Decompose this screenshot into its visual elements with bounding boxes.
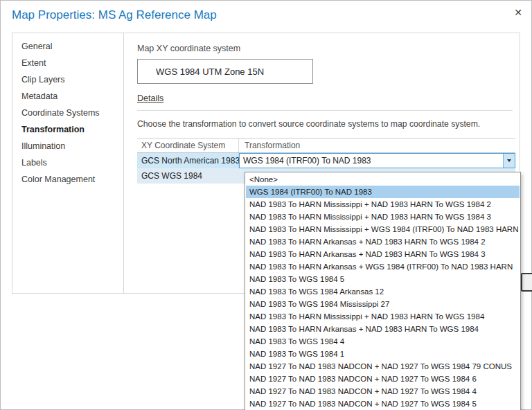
dropdown-option[interactable]: NAD 1983 To HARN Mississippi + NAD 1983 …	[246, 211, 520, 223]
dropdown-option[interactable]: NAD 1983 To HARN Arkansas + NAD 1983 HAR…	[246, 248, 520, 260]
table-row-gcs-north-american-1983[interactable]: GCS North American 1983 WGS 1984 (ITRF00…	[137, 153, 515, 168]
separator	[137, 110, 513, 111]
dropdown-arrow-icon	[507, 159, 511, 162]
sidebar-item-clip-layers[interactable]: Clip Layers	[12, 71, 123, 88]
dropdown-option[interactable]: NAD 1927 To NAD 1983 NADCON + NAD 1927 T…	[246, 398, 520, 410]
sidebar-item-general[interactable]: General	[12, 38, 123, 55]
sidebar-item-metadata[interactable]: Metadata	[12, 88, 123, 105]
combobox-value: WGS 1984 (ITRF00) To NAD 1983	[240, 154, 503, 168]
coordinate-system-label: Map XY coordinate system	[137, 44, 515, 53]
transformation-combobox[interactable]: WGS 1984 (ITRF00) To NAD 1983	[239, 153, 515, 168]
combobox-dropdown-button[interactable]	[503, 154, 515, 168]
close-icon[interactable]: ✕	[514, 7, 522, 18]
dropdown-option[interactable]: NAD 1983 To HARN Arkansas + WGS 1984 (IT…	[246, 260, 520, 273]
dropdown-option[interactable]: NAD 1927 To NAD 1983 NADCON + NAD 1927 T…	[246, 360, 520, 373]
dropdown-option[interactable]: NAD 1983 To HARN Mississippi + NAD 1983 …	[246, 198, 520, 211]
column-header-xy-coordinate-system: XY Coordinate System	[137, 139, 239, 152]
map-properties-dialog: Map Properties: MS Ag Reference Map ✕ Ge…	[0, 0, 532, 410]
dropdown-option[interactable]: NAD 1983 To HARN Mississippi + WGS 1984 …	[246, 223, 520, 235]
dropdown-option[interactable]: NAD 1983 To WGS 1984 Arkansas 12	[246, 285, 520, 298]
dropdown-option[interactable]: NAD 1983 To WGS 1984 Mississippi 27	[246, 298, 520, 310]
sidebar-item-illumination[interactable]: Illumination	[12, 138, 123, 154]
column-header-transformation: Transformation	[239, 139, 515, 152]
dropdown-option[interactable]: NAD 1983 To HARN Mississippi + NAD 1983 …	[246, 310, 520, 323]
dropdown-option[interactable]: NAD 1983 To WGS 1984 5	[246, 273, 520, 285]
details-link[interactable]: Details	[137, 93, 163, 103]
dialog-title: Map Properties: MS Ag Reference Map	[12, 8, 217, 22]
sidebar: General Extent Clip Layers Metadata Coor…	[12, 33, 124, 293]
sidebar-item-labels[interactable]: Labels	[12, 154, 123, 171]
dropdown-option[interactable]: <None>	[246, 173, 520, 186]
ok-button-partial[interactable]	[521, 273, 532, 292]
sidebar-item-color-management[interactable]: Color Management	[12, 171, 123, 188]
dropdown-option[interactable]: NAD 1927 To NAD 1983 NADCON + NAD 1927 T…	[246, 373, 520, 385]
cell-xy-coordinate-system: GCS WGS 1984	[137, 168, 239, 184]
dropdown-option[interactable]: NAD 1983 To HARN Arkansas + NAD 1983 HAR…	[246, 323, 520, 335]
sidebar-item-extent[interactable]: Extent	[12, 55, 123, 71]
dropdown-option[interactable]: NAD 1983 To HARN Arkansas + NAD 1983 HAR…	[246, 235, 520, 248]
dropdown-option[interactable]: NAD 1983 To WGS 1984 1	[246, 348, 520, 360]
dropdown-option[interactable]: NAD 1927 To NAD 1983 NADCON + NAD 1927 T…	[246, 385, 520, 398]
table-header-row: XY Coordinate System Transformation	[137, 138, 515, 153]
cell-xy-coordinate-system: GCS North American 1983	[137, 153, 239, 168]
transformation-dropdown-list: <None> WGS 1984 (ITRF00) To NAD 1983 NAD…	[245, 172, 521, 410]
instruction-text: Choose the transformation to convert sou…	[137, 119, 515, 129]
dropdown-option-highlighted[interactable]: WGS 1984 (ITRF00) To NAD 1983	[246, 186, 520, 198]
coordinate-system-box[interactable]: WGS 1984 UTM Zone 15N	[137, 59, 313, 84]
sidebar-item-transformation[interactable]: Transformation	[12, 121, 123, 138]
dropdown-option[interactable]: NAD 1983 To WGS 1984 4	[246, 335, 520, 348]
sidebar-item-coordinate-systems[interactable]: Coordinate Systems	[12, 105, 123, 121]
